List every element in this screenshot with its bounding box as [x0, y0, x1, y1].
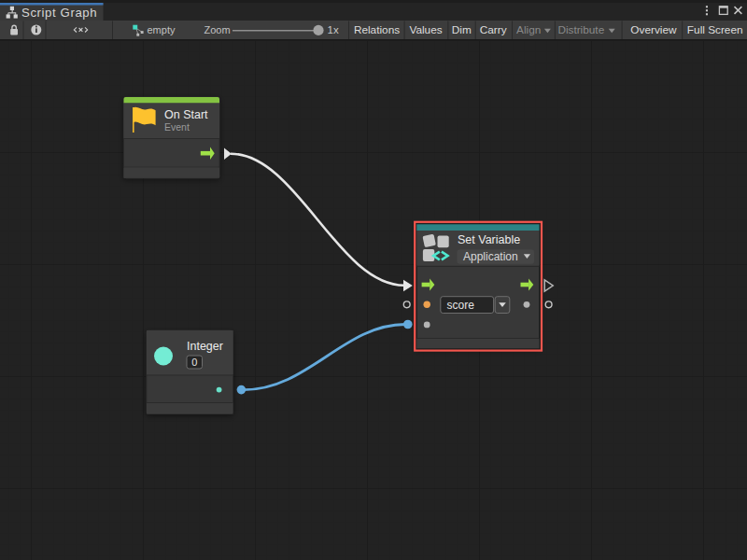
svg-text:Application: Application	[463, 250, 518, 263]
svg-text:empty: empty	[148, 24, 176, 35]
svg-text:On Start: On Start	[164, 108, 208, 121]
svg-text:0: 0	[191, 357, 197, 368]
svg-text:Dim: Dim	[452, 23, 472, 36]
svg-text:Relations: Relations	[354, 23, 400, 36]
svg-text:Event: Event	[164, 121, 190, 133]
svg-text:Integer: Integer	[187, 340, 223, 353]
svg-text:Carry: Carry	[480, 23, 507, 36]
svg-text:Set Variable: Set Variable	[458, 233, 520, 246]
svg-text:Overview: Overview	[630, 23, 677, 36]
svg-text:Values: Values	[409, 23, 442, 36]
svg-text:1x: 1x	[328, 24, 339, 35]
svg-text:Full Screen: Full Screen	[687, 23, 743, 36]
svg-text:Zoom: Zoom	[204, 24, 231, 35]
svg-text:Align: Align	[516, 23, 541, 36]
svg-text:Distribute: Distribute	[557, 23, 604, 36]
svg-text:Script Graph: Script Graph	[21, 6, 97, 20]
svg-text:score: score	[447, 299, 475, 312]
